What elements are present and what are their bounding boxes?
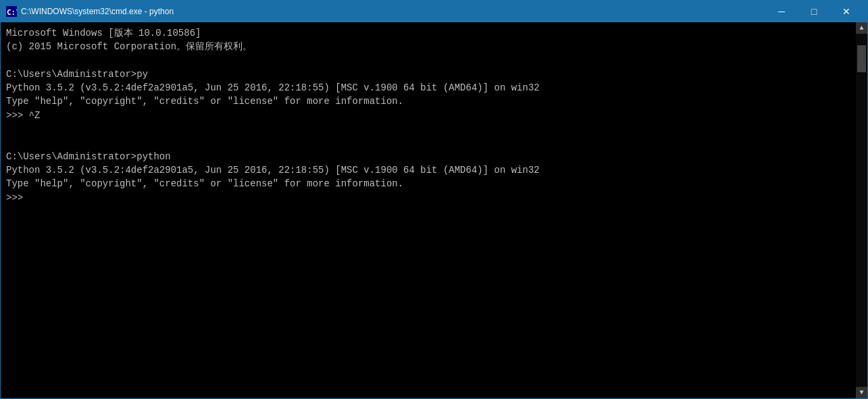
title-bar: C:\ C:\WINDOWS\system32\cmd.exe - python… [1, 1, 867, 22]
scrollbar-track[interactable] [856, 34, 867, 387]
cmd-icon: C:\ [6, 6, 17, 17]
scroll-up-button[interactable]: ▲ [856, 22, 867, 34]
console-output: Microsoft Windows [版本 10.0.10586] (c) 20… [6, 26, 862, 205]
title-bar-left: C:\ C:\WINDOWS\system32\cmd.exe - python [6, 6, 174, 17]
maximize-button[interactable]: □ [798, 2, 829, 21]
close-button[interactable]: ✕ [831, 2, 862, 21]
svg-text:C:\: C:\ [7, 8, 17, 17]
scrollbar-thumb[interactable] [857, 45, 866, 72]
console-body[interactable]: Microsoft Windows [版本 10.0.10586] (c) 20… [1, 22, 867, 398]
scroll-down-button[interactable]: ▼ [856, 387, 867, 398]
minimize-button[interactable]: ─ [766, 2, 797, 21]
window-title: C:\WINDOWS\system32\cmd.exe - python [21, 7, 174, 16]
scrollbar[interactable]: ▲ ▼ [856, 22, 867, 398]
cmd-window: C:\ C:\WINDOWS\system32\cmd.exe - python… [0, 0, 868, 399]
title-bar-controls: ─ □ ✕ [766, 2, 862, 21]
